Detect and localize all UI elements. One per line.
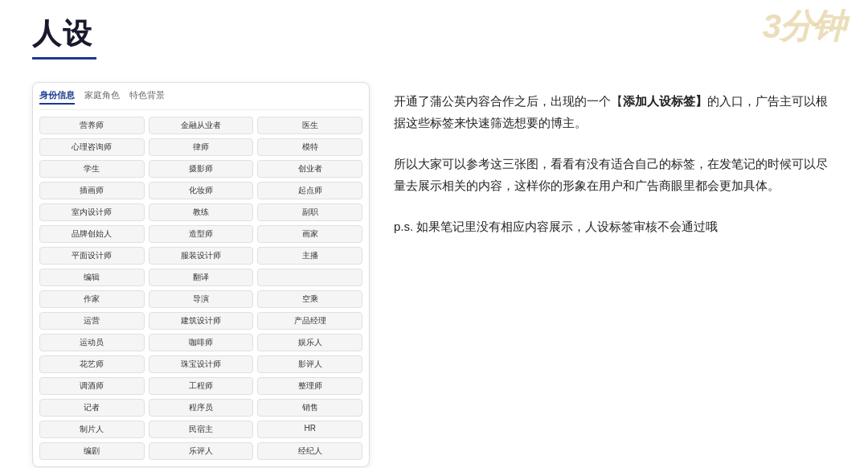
list-item[interactable]: 程序员: [149, 399, 254, 417]
list-item[interactable]: 记者: [39, 399, 145, 417]
list-item[interactable]: 室内设计师: [39, 203, 145, 221]
list-item[interactable]: 运动员: [39, 334, 145, 351]
card1-tabs: 身份信息 家庭角色 特色背景: [39, 89, 362, 110]
tab-identity[interactable]: 身份信息: [39, 89, 75, 105]
list-item[interactable]: 民宿主: [149, 421, 254, 438]
list-item: [257, 269, 362, 286]
list-item[interactable]: 制片人: [39, 421, 145, 438]
list-item[interactable]: 造型师: [149, 225, 254, 243]
list-item[interactable]: 学生: [39, 160, 145, 178]
list-item[interactable]: 创业者: [257, 160, 362, 178]
list-item[interactable]: 教练: [149, 203, 254, 221]
tab-family[interactable]: 家庭角色: [84, 89, 120, 105]
list-item[interactable]: 翻译: [149, 269, 254, 286]
list-item[interactable]: 起点师: [257, 182, 362, 199]
identity-card: 身份信息 家庭角色 特色背景 营养师 金融从业者 医生 心理咨询师 律师 模特 …: [32, 82, 370, 467]
list-item[interactable]: HR: [257, 421, 362, 438]
list-item[interactable]: 工程师: [149, 377, 254, 395]
list-item[interactable]: 服装设计师: [149, 247, 254, 265]
list-item[interactable]: 产品经理: [257, 312, 362, 330]
list-item[interactable]: 模特: [257, 138, 362, 156]
list-item[interactable]: 平面设计师: [39, 247, 145, 265]
list-item[interactable]: 金融从业者: [149, 117, 254, 134]
header: 人设 3分钟: [0, 0, 868, 68]
list-item[interactable]: 作家: [39, 290, 145, 308]
tab-special[interactable]: 特色背景: [129, 89, 165, 105]
page-title: 人设: [32, 14, 836, 60]
list-item[interactable]: 经纪人: [257, 442, 362, 460]
list-item[interactable]: 花艺师: [39, 355, 145, 373]
identity-tag-grid: 营养师 金融从业者 医生 心理咨询师 律师 模特 学生 摄影师 创业者 插画师 …: [39, 117, 362, 460]
list-item[interactable]: 运营: [39, 312, 145, 330]
list-item[interactable]: 导演: [149, 290, 254, 308]
list-item[interactable]: 副职: [257, 203, 362, 221]
list-item[interactable]: 编辑: [39, 269, 145, 286]
list-item[interactable]: 销售: [257, 399, 362, 417]
list-item[interactable]: 摄影师: [149, 160, 254, 178]
list-item[interactable]: 珠宝设计师: [149, 355, 254, 373]
para1-highlight: 添加人设标签】: [623, 94, 707, 108]
list-item[interactable]: 影评人: [257, 355, 362, 373]
list-item[interactable]: 医生: [257, 117, 362, 134]
para3: p.s. 如果笔记里没有相应内容展示，人设标签审核不会通过哦: [394, 216, 836, 237]
main-content: 身份信息 家庭角色 特色背景 营养师 金融从业者 医生 心理咨询师 律师 模特 …: [0, 68, 868, 468]
para1: 开通了蒲公英内容合作之后，出现的一个【添加人设标签】的入口，广告主可以根据这些标…: [394, 90, 836, 133]
left-panel: 身份信息 家庭角色 特色背景 营养师 金融从业者 医生 心理咨询师 律师 模特 …: [32, 82, 370, 463]
list-item[interactable]: 律师: [149, 138, 254, 156]
list-item[interactable]: 建筑设计师: [149, 312, 254, 330]
title-underline: [32, 57, 96, 60]
list-item[interactable]: 主播: [257, 247, 362, 265]
list-item[interactable]: 空乘: [257, 290, 362, 308]
para2: 所以大家可以参考这三张图，看看有没有适合自己的标签，在发笔记的时候可以尽量去展示…: [394, 153, 836, 196]
watermark: 3分钟: [763, 4, 844, 49]
list-item[interactable]: 品牌创始人: [39, 225, 145, 243]
list-item[interactable]: 咖啡师: [149, 334, 254, 351]
right-panel: 开通了蒲公英内容合作之后，出现的一个【添加人设标签】的入口，广告主可以根据这些标…: [394, 82, 836, 463]
list-item[interactable]: 娱乐人: [257, 334, 362, 351]
para1-prefix: 开通了蒲公英内容合作之后，出现的一个【: [394, 94, 623, 108]
list-item[interactable]: 心理咨询师: [39, 138, 145, 156]
list-item[interactable]: 乐评人: [149, 442, 254, 460]
list-item[interactable]: 插画师: [39, 182, 145, 199]
list-item[interactable]: 调酒师: [39, 377, 145, 395]
list-item[interactable]: 画家: [257, 225, 362, 243]
list-item[interactable]: 编剧: [39, 442, 145, 460]
list-item[interactable]: 整理师: [257, 377, 362, 395]
list-item[interactable]: 化妆师: [149, 182, 254, 199]
list-item[interactable]: 营养师: [39, 117, 145, 134]
